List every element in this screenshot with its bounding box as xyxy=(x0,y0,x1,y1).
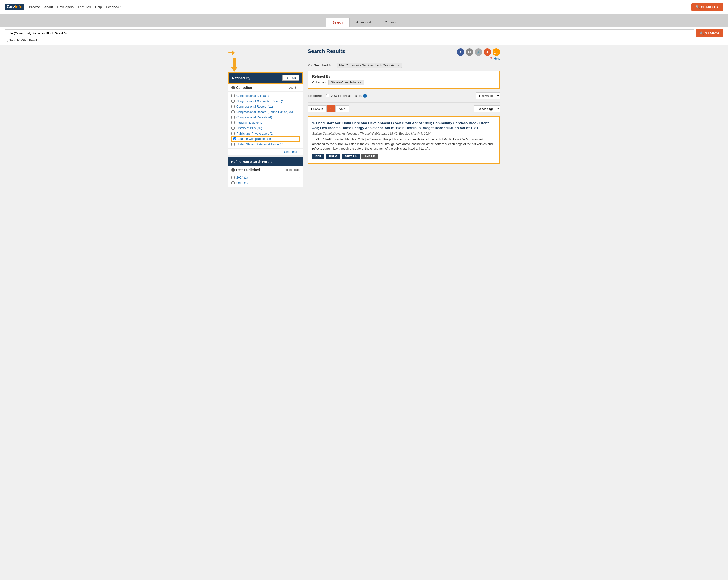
collection-title: – Collection xyxy=(232,86,252,89)
header-search-button[interactable]: 🔍 SEARCH ▲ xyxy=(692,3,723,11)
link-cong-record-bound[interactable]: Congressional Record (Bound Edition) (9) xyxy=(236,110,293,114)
tab-search[interactable]: Search xyxy=(326,18,349,27)
collection-item-cong-record-bound: Congressional Record (Bound Edition) (9) xyxy=(232,109,300,115)
refined-by-box-content: Collection: Statute Compilations × xyxy=(312,80,496,85)
site-logo[interactable]: GovInfo xyxy=(5,3,24,10)
link-us-statutes[interactable]: United States Statutes at Large (6) xyxy=(236,142,283,146)
share-icons: f ✉ 🔗 ⬇ )))) xyxy=(457,48,500,56)
email-icon[interactable]: ✉ xyxy=(466,48,473,56)
records-count: 4 Records xyxy=(308,94,322,98)
search-within-row: Search Within Results xyxy=(5,39,723,42)
date-items: 2024 (1) › 2015 (1) › xyxy=(228,174,303,187)
checkbox-2024[interactable] xyxy=(232,176,235,179)
nav-about[interactable]: About xyxy=(44,5,53,9)
next-button[interactable]: Next xyxy=(335,106,349,112)
collection-item-statute-comp: Statute Compilations (4) xyxy=(232,136,300,142)
details-button-1[interactable]: DETAILS xyxy=(342,154,360,159)
view-historical-checkbox[interactable] xyxy=(326,94,329,97)
sidebar: ➜ Refined By CLEAR – Collection count | … xyxy=(228,48,303,187)
collection-item-committee-prints: Congressional Committee Prints (1) xyxy=(232,99,300,104)
help-circle-icon: ❓ xyxy=(489,57,493,60)
result-title-text-1[interactable]: Head Start Act; Child Care and Developme… xyxy=(312,121,489,130)
search-input-row: 🔍 SEARCH xyxy=(5,29,723,37)
checkbox-cong-record-bound[interactable] xyxy=(232,110,235,113)
checkbox-us-statutes[interactable] xyxy=(232,143,235,146)
refined-by-title: Refined By xyxy=(232,76,250,80)
help-link[interactable]: ❓ Help xyxy=(489,57,500,60)
result-actions-1: PDF USLM DETAILS SHARE xyxy=(312,154,496,159)
date-sort[interactable]: count | date xyxy=(285,168,300,171)
nav-browse[interactable]: Browse xyxy=(29,5,40,9)
nav-features[interactable]: Features xyxy=(78,5,91,9)
checkbox-pub-priv-laws[interactable] xyxy=(232,132,235,135)
checkbox-bills[interactable] xyxy=(232,94,235,97)
date-title: – Date Published xyxy=(232,168,260,172)
link-cong-reports[interactable]: Congressional Reports (4) xyxy=(236,115,272,119)
main-area: ➜ Refined By CLEAR – Collection count | … xyxy=(223,45,505,191)
result-excerpt-1: ... P.L. 118–42, Enacted March 9, 2024] … xyxy=(312,137,496,151)
site-header: GovInfo Browse About Developers Features… xyxy=(0,0,728,14)
nav-developers[interactable]: Developers xyxy=(57,5,74,9)
nav-feedback[interactable]: Feedback xyxy=(106,5,120,9)
checkbox-cong-reports[interactable] xyxy=(232,116,235,119)
records-row: 4 Records View Historical Results i Rele… xyxy=(308,92,500,99)
results-header-row: Search Results f ✉ 🔗 ⬇ )))) ❓ Help xyxy=(308,48,500,60)
link-committee-prints[interactable]: Congressional Committee Prints (1) xyxy=(236,99,285,103)
result-title-1: 1. Head Start Act; Child Care and Develo… xyxy=(312,120,496,130)
results-area: Search Results f ✉ 🔗 ⬇ )))) ❓ Help You S… xyxy=(308,48,500,187)
logo-highlight: Info xyxy=(15,4,23,9)
download-icon[interactable]: ⬇ xyxy=(484,48,491,56)
checkbox-cong-record[interactable] xyxy=(232,105,235,108)
search-within-checkbox[interactable] xyxy=(5,39,8,42)
link-bills[interactable]: Congressional Bills (81) xyxy=(236,94,268,98)
search-submit-button[interactable]: 🔍 SEARCH xyxy=(696,29,723,37)
link-pub-priv-laws[interactable]: Public and Private Laws (1) xyxy=(236,132,274,135)
searched-for-label: You Searched For: xyxy=(308,63,335,67)
collection-sort[interactable]: count | ↕ xyxy=(289,86,300,89)
refined-by-header: Refined By CLEAR xyxy=(228,72,303,84)
clear-button[interactable]: CLEAR xyxy=(282,75,299,81)
searched-for-row: You Searched For: title:(Community Servi… xyxy=(308,62,500,68)
checkbox-fed-register[interactable] xyxy=(232,121,235,124)
result-number-1: 1. xyxy=(312,121,315,125)
search-tabs-area: Search Advanced Citation 🔍 SEARCH Search… xyxy=(0,14,728,45)
link-2015[interactable]: 2015 (1) xyxy=(236,181,248,185)
link-fed-register[interactable]: Federal Register (2) xyxy=(236,121,264,125)
refined-by-box: Refined By: Collection: Statute Compilat… xyxy=(308,71,500,89)
refined-by-box-title: Refined By: xyxy=(312,74,496,78)
collection-item-us-statutes: United States Statutes at Large (6) xyxy=(232,142,300,147)
checkbox-statute-comp[interactable] xyxy=(233,137,236,140)
view-historical-label[interactable]: View Historical Results xyxy=(331,94,362,98)
pagination-row: Previous 1 Next 10 per page xyxy=(308,106,500,112)
share-button-1[interactable]: SHARE xyxy=(361,154,378,159)
checkbox-committee-prints[interactable] xyxy=(232,100,235,103)
page-1-button[interactable]: 1 xyxy=(327,106,335,112)
rss-icon[interactable]: )))) xyxy=(493,48,500,56)
search-icon: 🔍 xyxy=(696,5,700,9)
facebook-icon[interactable]: f xyxy=(457,48,464,56)
link-cong-record[interactable]: Congressional Record (11) xyxy=(236,105,273,108)
tab-citation[interactable]: Citation xyxy=(378,18,402,27)
nav-help[interactable]: Help xyxy=(95,5,102,9)
uslm-button-1[interactable]: USLM xyxy=(326,154,340,159)
tab-advanced[interactable]: Advanced xyxy=(349,18,378,27)
collection-item-cong-reports: Congressional Reports (4) xyxy=(232,115,300,120)
collection-item-fed-register: Federal Register (2) xyxy=(232,120,300,126)
date-section: – Date Published count | date 2024 (1) › xyxy=(228,166,303,187)
collection-item-pub-priv-laws: Public and Private Laws (1) xyxy=(232,131,300,136)
link-icon[interactable]: 🔗 xyxy=(475,48,482,56)
results-title: Search Results xyxy=(308,48,345,54)
search-input[interactable] xyxy=(5,29,694,37)
search-within-label: Search Within Results xyxy=(9,39,39,42)
link-history-bills[interactable]: History of Bills (76) xyxy=(236,126,262,130)
checkbox-2015[interactable] xyxy=(232,182,235,185)
link-statute-comp[interactable]: Statute Compilations (4) xyxy=(238,137,271,141)
see-less-button[interactable]: See Less – xyxy=(228,148,303,155)
pdf-button-1[interactable]: PDF xyxy=(312,154,324,159)
collection-bullet: – xyxy=(232,86,235,89)
checkbox-history-bills[interactable] xyxy=(232,127,235,130)
link-2024[interactable]: 2024 (1) xyxy=(236,176,248,179)
prev-button[interactable]: Previous xyxy=(308,106,327,112)
relevance-select[interactable]: Relevance xyxy=(476,92,500,99)
per-page-select[interactable]: 10 per page xyxy=(474,106,500,112)
